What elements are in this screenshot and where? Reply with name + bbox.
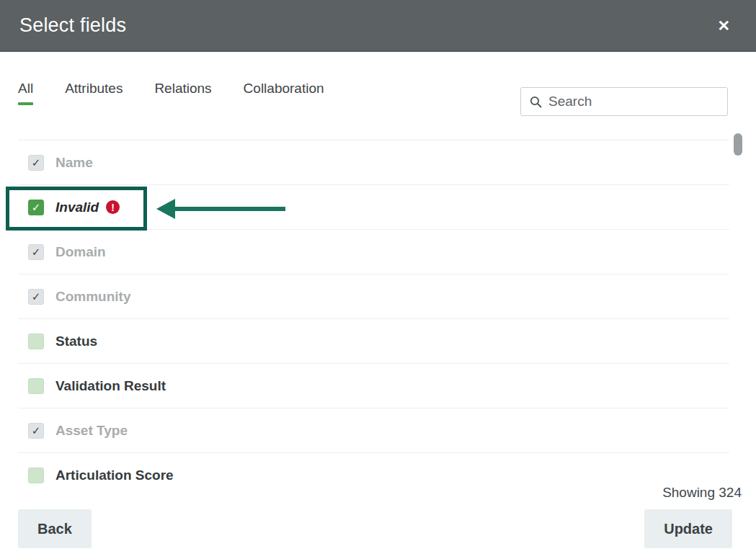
field-label: Invalid bbox=[55, 200, 99, 215]
tab-relations[interactable]: Relations bbox=[154, 81, 211, 105]
tab-attributes[interactable]: Attributes bbox=[65, 81, 123, 105]
field-label: Community bbox=[55, 289, 131, 305]
field-row[interactable]: ✓Asset Type bbox=[18, 408, 729, 453]
field-label: Articulation Score bbox=[55, 468, 174, 483]
close-button[interactable]: ✕ bbox=[713, 14, 734, 37]
error-icon: ! bbox=[106, 200, 120, 214]
modal-header: Select fields ✕ bbox=[0, 0, 756, 52]
field-row[interactable]: ✓Invalid! bbox=[18, 185, 729, 230]
update-button[interactable]: Update bbox=[644, 509, 732, 548]
field-label: Validation Result bbox=[55, 378, 166, 394]
checkbox-icon[interactable]: ✓ bbox=[28, 155, 44, 171]
tab-collaboration[interactable]: Collaboration bbox=[244, 81, 324, 105]
tab-bar: AllAttributesRelationsCollaboration bbox=[18, 81, 324, 105]
checkbox-icon[interactable] bbox=[28, 468, 44, 483]
field-row[interactable]: ✓Community bbox=[18, 274, 729, 319]
modal-title: Select fields bbox=[19, 14, 126, 37]
tab-all[interactable]: All bbox=[18, 81, 33, 105]
checkbox-icon[interactable] bbox=[28, 334, 44, 349]
search-input[interactable] bbox=[548, 94, 720, 109]
field-label: Name bbox=[55, 155, 93, 171]
checkbox-icon[interactable]: ✓ bbox=[28, 423, 44, 439]
close-icon: ✕ bbox=[717, 17, 730, 34]
checkbox-icon[interactable]: ✓ bbox=[28, 289, 44, 305]
field-row[interactable]: Validation Result bbox=[18, 364, 729, 408]
field-row[interactable]: ✓Name bbox=[18, 140, 729, 185]
field-row[interactable]: Status bbox=[18, 319, 729, 364]
checkbox-icon[interactable]: ✓ bbox=[28, 244, 44, 260]
checkbox-icon[interactable] bbox=[28, 378, 44, 394]
search-icon bbox=[530, 96, 542, 108]
field-row[interactable]: ✓Domain bbox=[18, 230, 729, 274]
field-label: Domain bbox=[55, 244, 106, 260]
checkbox-icon[interactable]: ✓ bbox=[28, 200, 44, 215]
field-label: Asset Type bbox=[55, 423, 128, 439]
scrollbar-thumb[interactable] bbox=[734, 133, 742, 156]
back-button[interactable]: Back bbox=[18, 509, 92, 548]
field-row[interactable]: Articulation Score bbox=[18, 453, 729, 484]
field-label: Status bbox=[55, 334, 97, 349]
showing-count: Showing 324 bbox=[662, 485, 742, 501]
search-box bbox=[520, 87, 728, 116]
field-list: ✓Name✓Invalid!✓Domain✓CommunityStatusVal… bbox=[18, 140, 729, 484]
